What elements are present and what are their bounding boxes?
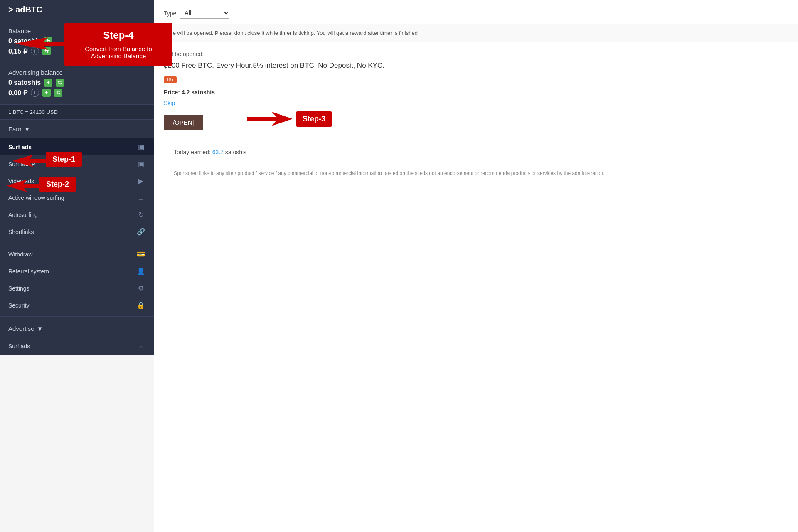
adv-ruble-info-icon[interactable]: i xyxy=(31,89,39,97)
earn-nav-section: Earn ▼ Surf ads ▣ Surf ads P ▣ Video ads… xyxy=(0,120,154,240)
advertising-balance-section: Advertising balance 0 satoshis + ⇆ 0,00 … xyxy=(0,63,154,105)
balance-section: Balance 0 satoshis ⇆ 0,15 ₽ i ⇆ xyxy=(0,20,154,63)
adv-balance-label: Advertising balance xyxy=(8,69,145,76)
balance-rubles: 0,15 ₽ xyxy=(8,47,27,55)
type-label: Type xyxy=(164,10,176,17)
shortlinks-label: Shortlinks xyxy=(8,229,136,235)
window-icon: □ xyxy=(136,194,145,202)
sidebar-item-surf-ads-p[interactable]: Surf ads P ▣ xyxy=(0,155,154,172)
step3-badge: Step-3 xyxy=(296,111,332,127)
main-content: Type All page will be opened. Please, do… xyxy=(154,0,798,532)
price-value: 4.2 satoshis xyxy=(182,89,215,96)
sidebar-item-surf-ads[interactable]: Surf ads ▣ xyxy=(0,138,154,155)
sidebar-item-shortlinks[interactable]: Shortlinks 🔗 xyxy=(0,223,154,240)
today-earned-amount: 63.7 xyxy=(212,149,224,155)
sponsored-text: Sponsored links to any site / product / … xyxy=(164,161,788,185)
today-earned-label: Today earned: xyxy=(174,149,211,155)
advertise-chevron-icon: ▼ xyxy=(37,325,43,332)
surf-ads-p-label: Surf ads P xyxy=(8,161,136,167)
video-ads-label: Video ads xyxy=(8,178,136,185)
will-be-opened-label: Will be opened: xyxy=(164,51,788,57)
ad-info-banner: page will be opened. Please, don't close… xyxy=(154,24,798,42)
main-header: Type All xyxy=(154,0,798,24)
sidebar-item-video-ads[interactable]: Video ads ▶ xyxy=(0,172,154,190)
wallet-icon: 💳 xyxy=(136,250,145,258)
video-icon: ▶ xyxy=(136,177,145,185)
logo: > adBTC xyxy=(0,0,154,20)
step3-arrow xyxy=(247,108,293,129)
earn-label: Earn xyxy=(8,126,22,133)
surf-ads-label: Surf ads xyxy=(8,144,136,150)
price-row: Price: 4.2 satoshis xyxy=(164,89,788,96)
step3-annotation: Step-3 xyxy=(247,108,332,129)
earn-menu-header[interactable]: Earn ▼ xyxy=(0,120,154,138)
type-select[interactable]: All xyxy=(180,7,229,19)
autosurfing-label: Autosurfing xyxy=(8,212,136,218)
adv-balance-rubles: 0,00 ₽ xyxy=(8,89,27,97)
withdraw-label: Withdraw xyxy=(8,251,136,258)
advertise-surf-ads-label: Surf ads xyxy=(8,343,136,350)
balance-info-icon[interactable]: i xyxy=(31,47,39,55)
refresh-icon: ↻ xyxy=(136,211,145,219)
info-banner-text: page will be opened. Please, don't close… xyxy=(164,30,418,36)
skip-link[interactable]: Skip xyxy=(164,100,788,106)
referral-label: Referral system xyxy=(8,268,136,275)
today-earned-unit: satoshis xyxy=(225,149,246,155)
security-label: Security xyxy=(8,302,136,309)
age-badge: 18+ xyxy=(164,76,177,83)
divider1 xyxy=(0,243,154,243)
lock-icon: 🔒 xyxy=(136,301,145,309)
settings-label: Settings xyxy=(8,285,136,292)
balance-label: Balance xyxy=(8,27,145,34)
adv-balance-convert-icon[interactable]: ⇆ xyxy=(56,79,64,87)
sidebar-item-active-window[interactable]: Active window surfing □ xyxy=(0,190,154,206)
monitor-icon: ▣ xyxy=(136,143,145,151)
active-window-label: Active window surfing xyxy=(8,195,136,201)
balance-satoshis: 0 satoshis xyxy=(8,37,41,45)
gear-icon: ⚙ xyxy=(136,284,145,292)
open-button[interactable]: /OPEN| xyxy=(164,115,203,130)
advertise-menu-header[interactable]: Advertise ▼ xyxy=(0,319,154,338)
svg-marker-3 xyxy=(247,112,293,126)
list-icon: ≡ xyxy=(136,342,145,350)
earn-chevron-icon: ▼ xyxy=(24,126,30,133)
link-icon: 🔗 xyxy=(136,228,145,236)
btc-rate: 1 BTC = 24130 USD xyxy=(0,105,154,120)
user-icon: 👤 xyxy=(136,267,145,275)
price-label: Price: xyxy=(164,89,180,96)
sidebar-item-autosurfing[interactable]: Autosurfing ↻ xyxy=(0,206,154,223)
balance-convert-icon[interactable]: ⇆ xyxy=(44,37,52,45)
open-btn-container: /OPEN| Step-3 xyxy=(164,115,788,130)
adv-ruble-convert-icon[interactable]: ⇆ xyxy=(54,89,62,97)
sidebar-item-referral[interactable]: Referral system 👤 xyxy=(0,263,154,280)
adv-balance-add-icon[interactable]: + xyxy=(44,79,52,87)
advertise-label: Advertise xyxy=(8,325,34,332)
monitor2-icon: ▣ xyxy=(136,160,145,168)
today-earned-section: Today earned: 63.7 satoshis xyxy=(164,143,788,161)
adv-ruble-add-icon[interactable]: + xyxy=(42,89,51,97)
ad-title: $200 Free BTC, Every Hour.5% interest on… xyxy=(164,62,788,70)
adv-balance-satoshis: 0 satoshis xyxy=(8,79,41,86)
sidebar-item-advertise-surf-ads[interactable]: Surf ads ≡ xyxy=(0,338,154,355)
sidebar-item-settings[interactable]: Settings ⚙ xyxy=(0,280,154,297)
balance-ruble-convert-icon[interactable]: ⇆ xyxy=(42,47,51,55)
sidebar-item-security[interactable]: Security 🔒 xyxy=(0,297,154,314)
ad-content: Will be opened: $200 Free BTC, Every Hou… xyxy=(154,42,798,194)
divider2 xyxy=(0,316,154,317)
sidebar-item-withdraw[interactable]: Withdraw 💳 xyxy=(0,246,154,263)
